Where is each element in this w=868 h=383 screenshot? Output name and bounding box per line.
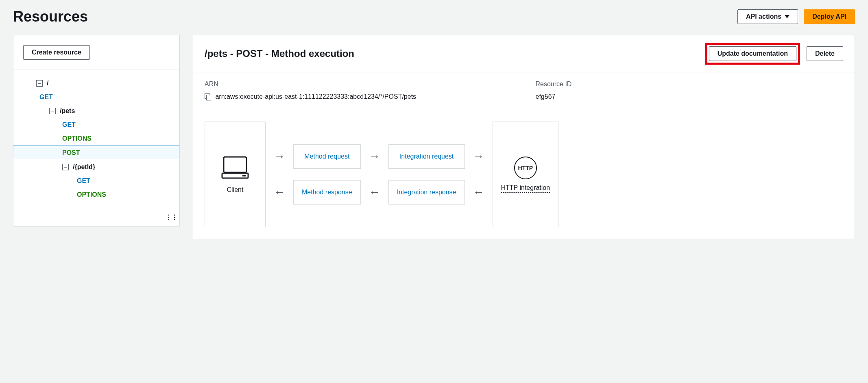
svg-rect-2 xyxy=(242,175,246,176)
execution-flow: Client → ← Method request Method respons… xyxy=(193,110,855,239)
integration-request-link[interactable]: Integration request xyxy=(399,153,454,160)
method-label: OPTIONS xyxy=(62,135,92,142)
tree-row-petid[interactable]: /{petId} xyxy=(13,160,179,174)
method-header: /pets - POST - Method execution Update d… xyxy=(193,35,855,72)
method-request-box[interactable]: Method request xyxy=(293,144,361,169)
resource-id-value: efg567 xyxy=(536,92,844,102)
highlight-annotation: Update documentation xyxy=(705,43,800,65)
arrow-right-icon: → xyxy=(274,144,285,169)
integration-col: Integration request Integration response xyxy=(388,122,465,227)
tree-row-petid-get[interactable]: GET xyxy=(13,174,179,188)
method-actions: Update documentation Delete xyxy=(705,43,843,65)
http-integration-label[interactable]: HTTP integration xyxy=(501,184,550,193)
method-label: GET xyxy=(62,121,76,128)
arn-label: ARN xyxy=(205,81,513,88)
arn-value: arn:aws:execute-api:us-east-1:1111222233… xyxy=(215,93,416,100)
tree-row-root[interactable]: / xyxy=(13,76,179,90)
resize-handle-icon[interactable]: ⋮⋮ xyxy=(166,213,177,221)
method-label: GET xyxy=(39,94,53,101)
tree-path-label: / xyxy=(47,80,48,87)
method-label: POST xyxy=(62,149,80,157)
caret-down-icon xyxy=(785,15,789,18)
page-header: Resources API actions Deploy API xyxy=(13,8,855,25)
page-title: Resources xyxy=(13,8,88,25)
method-response-box[interactable]: Method response xyxy=(293,180,361,205)
tree-path-label: /{petId} xyxy=(73,163,95,171)
create-resource-button[interactable]: Create resource xyxy=(23,45,90,60)
tree-row-pets-get[interactable]: GET xyxy=(13,118,179,132)
method-title: /pets - POST - Method execution xyxy=(205,48,354,59)
deploy-api-button[interactable]: Deploy API xyxy=(804,9,855,24)
arrow-right-icon: → xyxy=(369,144,380,169)
copy-icon[interactable] xyxy=(205,93,211,100)
method-request-link[interactable]: Method request xyxy=(304,153,349,160)
tree-row-petid-options[interactable]: OPTIONS xyxy=(13,188,179,202)
resources-sidebar: Create resource / GET /pets GET O xyxy=(13,35,180,226)
method-details-panel: /pets - POST - Method execution Update d… xyxy=(193,35,855,239)
arrow-col: → ← xyxy=(274,122,285,227)
arn-cell: ARN arn:aws:execute-api:us-east-1:111122… xyxy=(193,72,524,110)
tree-path-label: /pets xyxy=(60,107,75,115)
arrow-left-icon: ← xyxy=(369,180,380,205)
arrow-left-icon: ← xyxy=(473,180,484,205)
arrow-right-icon: → xyxy=(473,144,484,169)
delete-button[interactable]: Delete xyxy=(807,46,843,61)
arrow-col: → ← xyxy=(369,122,380,227)
http-integration-box: HTTP HTTP integration xyxy=(493,122,559,227)
method-response-link[interactable]: Method response xyxy=(302,189,352,196)
resource-id-label: Resource ID xyxy=(536,81,844,88)
client-box: Client xyxy=(205,122,266,227)
collapse-icon[interactable] xyxy=(49,108,56,114)
tree-row-pets-post[interactable]: POST xyxy=(13,146,179,160)
tree-row-root-get[interactable]: GET xyxy=(13,90,179,104)
arn-value-row: arn:aws:execute-api:us-east-1:1111222233… xyxy=(205,92,513,102)
integration-response-box[interactable]: Integration response xyxy=(388,180,465,205)
method-col: Method request Method response xyxy=(293,122,361,227)
client-label: Client xyxy=(227,186,244,194)
api-actions-button[interactable]: API actions xyxy=(737,9,798,24)
update-documentation-button[interactable]: Update documentation xyxy=(709,46,796,61)
resource-id-cell: Resource ID efg567 xyxy=(524,72,855,110)
resource-tree: / GET /pets GET OPTIONS POST xyxy=(13,70,179,226)
collapse-icon[interactable] xyxy=(36,80,43,87)
integration-request-box[interactable]: Integration request xyxy=(388,144,465,169)
header-actions: API actions Deploy API xyxy=(737,9,855,24)
client-icon xyxy=(220,155,250,180)
http-badge-text: HTTP xyxy=(518,165,533,171)
method-label: OPTIONS xyxy=(77,191,106,198)
method-label: GET xyxy=(77,177,90,185)
svg-rect-0 xyxy=(224,157,246,172)
api-actions-label: API actions xyxy=(746,13,781,20)
info-row: ARN arn:aws:execute-api:us-east-1:111122… xyxy=(193,72,855,110)
tree-row-pets-options[interactable]: OPTIONS xyxy=(13,132,179,146)
arrow-col: → ← xyxy=(473,122,484,227)
tree-row-pets[interactable]: /pets xyxy=(13,104,179,118)
collapse-icon[interactable] xyxy=(62,164,69,170)
integration-response-link[interactable]: Integration response xyxy=(397,189,456,196)
sidebar-toolbar: Create resource xyxy=(13,35,179,70)
http-icon: HTTP xyxy=(514,157,537,179)
arrow-left-icon: ← xyxy=(274,180,285,205)
